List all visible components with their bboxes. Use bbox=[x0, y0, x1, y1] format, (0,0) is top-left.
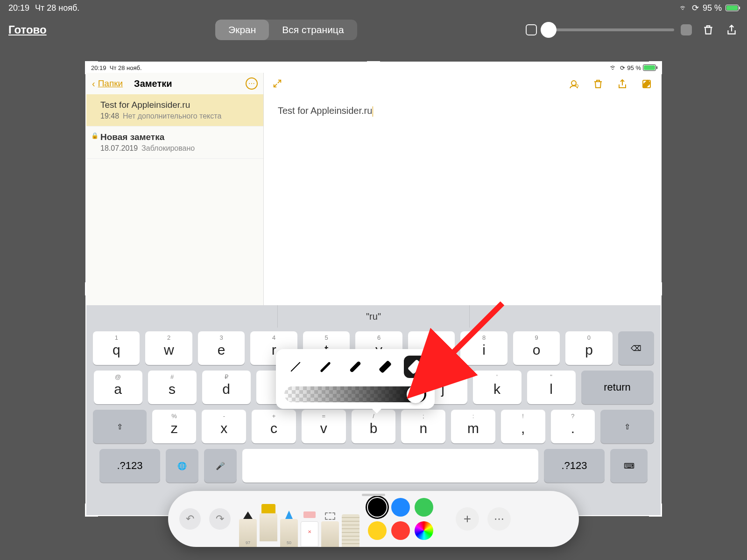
tool-marker[interactable] bbox=[260, 504, 277, 541]
color-blue[interactable] bbox=[391, 498, 410, 517]
markup-tool-palette: ↶ ↷ 97 50 ✕ + ⋯ bbox=[168, 491, 579, 547]
done-button[interactable]: Готово bbox=[8, 23, 47, 36]
keyboard-hide-icon: ⌨ bbox=[624, 462, 634, 470]
pen-size-label: 97 bbox=[239, 540, 257, 545]
share-icon[interactable] bbox=[617, 78, 628, 91]
orientation-lock-icon: ⟳ bbox=[692, 3, 699, 13]
sidebar-more-button[interactable]: ⋯ bbox=[246, 77, 258, 90]
note-sub: Нет дополнительного текста bbox=[123, 112, 221, 120]
color-black[interactable] bbox=[368, 498, 387, 517]
key-e[interactable]: 3e bbox=[198, 331, 245, 365]
inner-wifi-icon: ᯤ bbox=[610, 63, 618, 73]
key-x[interactable]: -x bbox=[202, 410, 246, 443]
undo-button[interactable]: ↶ bbox=[179, 508, 201, 530]
key-o[interactable]: 9o bbox=[513, 331, 560, 365]
tool-eraser[interactable]: ✕ bbox=[301, 510, 318, 547]
stroke-width-1[interactable] bbox=[284, 356, 307, 378]
ellipsis-icon: ⋯ bbox=[494, 513, 504, 525]
redo-button[interactable]: ↷ bbox=[209, 508, 231, 530]
key-backspace[interactable]: ⌫ bbox=[618, 331, 654, 365]
stroke-opacity-popover bbox=[276, 349, 435, 409]
seg-full-page[interactable]: Вся страница bbox=[269, 20, 357, 40]
tool-pen[interactable]: 97 bbox=[239, 510, 257, 547]
trash-button[interactable] bbox=[701, 23, 715, 37]
share-button[interactable] bbox=[725, 23, 739, 37]
battery-icon bbox=[726, 5, 739, 11]
opacity-slider[interactable] bbox=[543, 28, 674, 31]
key-shift-left[interactable]: ⇧ bbox=[93, 410, 147, 443]
key-numbers[interactable]: .?123 bbox=[99, 449, 160, 483]
note-item[interactable]: 🔒 Новая заметка 18.07.2019Заблокировано bbox=[86, 126, 263, 159]
color-yellow[interactable] bbox=[368, 521, 387, 540]
expand-icon[interactable] bbox=[272, 82, 282, 90]
tool-ruler[interactable] bbox=[342, 514, 359, 547]
stroke-width-4[interactable] bbox=[374, 356, 396, 378]
color-picker[interactable] bbox=[415, 521, 433, 540]
trash-icon[interactable] bbox=[592, 78, 604, 91]
tool-lasso[interactable] bbox=[321, 510, 339, 547]
stroke-width-5[interactable] bbox=[404, 356, 426, 378]
note-content[interactable]: Test for Appleinsider.ru bbox=[264, 97, 661, 125]
collaborate-icon[interactable] bbox=[568, 78, 579, 91]
key-.[interactable]: ?. bbox=[551, 410, 595, 443]
key-z[interactable]: %z bbox=[152, 410, 197, 443]
stroke-width-3[interactable] bbox=[344, 356, 366, 378]
key-a[interactable]: @a bbox=[94, 371, 142, 404]
key-numbers-right[interactable]: .?123 bbox=[544, 449, 605, 483]
inner-date: Чт 28 нояб. bbox=[110, 64, 142, 71]
note-item-selected[interactable]: Test for Appleinsider.ru 19:48Нет дополн… bbox=[86, 94, 263, 126]
svg-line-3 bbox=[446, 303, 502, 359]
screenshot-crop[interactable]: 20:19 Чт 28 нояб. ᯤ ⟳ 95 % ‹ Папки Замет… bbox=[86, 63, 661, 515]
key-space[interactable] bbox=[242, 449, 538, 483]
inner-time: 20:19 bbox=[91, 64, 106, 71]
key-v[interactable]: =v bbox=[302, 410, 346, 443]
compose-icon[interactable] bbox=[641, 78, 652, 91]
inner-battery-icon bbox=[643, 64, 656, 71]
key-w[interactable]: 2w bbox=[145, 331, 192, 365]
globe-icon: 🌐 bbox=[177, 462, 187, 470]
key-globe[interactable]: 🌐 bbox=[166, 449, 198, 483]
back-folders-link[interactable]: Папки bbox=[98, 78, 123, 89]
key-m[interactable]: :m bbox=[451, 410, 495, 443]
key-n[interactable]: ;n bbox=[401, 410, 445, 443]
opacity-max-icon bbox=[681, 24, 692, 35]
key-return[interactable]: return bbox=[581, 371, 654, 404]
key-shift-right[interactable]: ⇧ bbox=[600, 410, 654, 443]
key-mic[interactable]: 🎤 bbox=[204, 449, 237, 483]
note-time: 18.07.2019 bbox=[100, 144, 138, 152]
opacity-slider-popover[interactable] bbox=[284, 386, 426, 402]
key-l[interactable]: "l bbox=[527, 371, 576, 404]
key-d[interactable]: ₽d bbox=[202, 371, 251, 404]
annotation-arrow bbox=[437, 299, 512, 375]
markup-toolbar: Готово Экран Вся страница bbox=[0, 16, 747, 44]
opacity-slider-group bbox=[526, 24, 692, 35]
key-q[interactable]: 1q bbox=[93, 331, 140, 365]
palette-more-button[interactable]: ⋯ bbox=[487, 507, 511, 531]
suggestion-bar: "ru" bbox=[86, 305, 661, 328]
opacity-slider-thumb[interactable] bbox=[541, 22, 557, 38]
key-s[interactable]: #s bbox=[148, 371, 197, 404]
pencil-size-label: 50 bbox=[280, 540, 298, 545]
opacity-thumb[interactable] bbox=[407, 385, 424, 403]
color-red[interactable] bbox=[391, 521, 410, 540]
key-b[interactable]: /b bbox=[352, 410, 396, 443]
outer-status-bar: 20:19 Чт 28 нояб. ᯤ ⟳ 95 % bbox=[0, 0, 747, 16]
tool-pencil[interactable]: 50 bbox=[280, 510, 298, 547]
plus-icon: + bbox=[464, 511, 471, 526]
add-shape-button[interactable]: + bbox=[456, 507, 479, 531]
outer-battery-pct: 95 % bbox=[703, 3, 722, 13]
kb-row-3: ⇧%z-x+c=v/b;n:m!,?.⇧ bbox=[93, 410, 654, 443]
suggestion-cell[interactable] bbox=[86, 305, 278, 328]
seg-screen[interactable]: Экран bbox=[215, 20, 269, 40]
key-,[interactable]: !, bbox=[501, 410, 545, 443]
key-k[interactable]: 'k bbox=[473, 371, 521, 404]
key-c[interactable]: +c bbox=[252, 410, 296, 443]
key-hide-keyboard[interactable]: ⌨ bbox=[610, 449, 648, 483]
color-green[interactable] bbox=[415, 498, 433, 517]
opacity-min-icon bbox=[526, 24, 537, 35]
back-chevron-icon[interactable]: ‹ bbox=[92, 78, 95, 89]
stroke-width-2[interactable] bbox=[314, 356, 337, 378]
crop-mode-segmented[interactable]: Экран Вся страница bbox=[215, 20, 357, 40]
key-p[interactable]: 0p bbox=[565, 331, 612, 365]
inner-status-bar: 20:19 Чт 28 нояб. ᯤ ⟳ 95 % bbox=[86, 63, 661, 73]
